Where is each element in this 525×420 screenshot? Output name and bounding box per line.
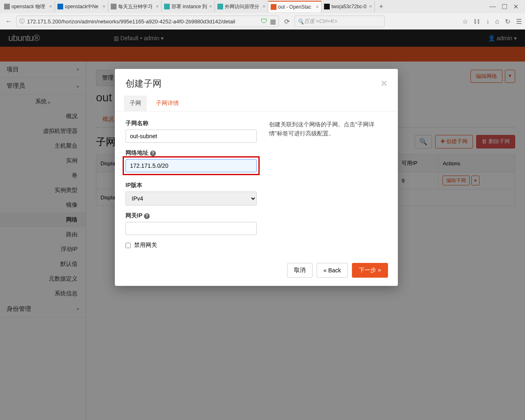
disable-gateway-checkbox[interactable] — [126, 243, 131, 248]
label-gateway-ip: 网关IP ? — [126, 212, 257, 219]
cancel-button[interactable]: 取消 — [287, 263, 313, 278]
close-icon[interactable]: × — [369, 4, 372, 9]
ip-version-select[interactable]: IPv4 — [126, 192, 257, 205]
help-icon[interactable]: ? — [144, 213, 150, 219]
browser-tab[interactable]: 每天五分钟学习× — [108, 1, 162, 12]
modal-tab-subnet[interactable]: 子网 — [124, 96, 147, 111]
home-icon[interactable]: ⌂ — [495, 18, 499, 25]
browser-search[interactable]: 🔍 百度 <Ctrl+K> — [294, 16, 385, 27]
label-subnet-name: 子网名称 — [126, 120, 257, 127]
close-icon[interactable]: × — [156, 4, 159, 9]
nav-back-icon[interactable]: ← — [3, 16, 14, 27]
label-disable-gateway: 禁用网关 — [134, 242, 157, 249]
bookmark-icon[interactable]: ☆ — [462, 18, 468, 25]
info-icon[interactable]: ⓘ — [19, 18, 25, 25]
modal-close-icon[interactable]: × — [381, 77, 387, 90]
maximize-icon[interactable]: ☐ — [502, 3, 507, 11]
close-icon[interactable]: × — [262, 4, 265, 9]
new-tab-button[interactable]: + — [375, 2, 388, 11]
back-button[interactable]: « Back — [317, 263, 348, 278]
close-icon[interactable]: × — [316, 4, 319, 10]
network-address-input[interactable] — [126, 159, 257, 172]
address-bar[interactable]: ⓘ 172.171.5.200/horizon/admin/networks/9… — [16, 16, 279, 27]
close-icon[interactable]: × — [103, 4, 105, 9]
browser-tab[interactable]: openstack中Ne× — [55, 1, 108, 12]
modal-help-text: 创建关联到这个网络的子网。点击"子网详情"标签可进行高级配置。 — [269, 120, 387, 249]
menu-icon[interactable]: ☰ — [516, 18, 522, 25]
label-ip-version: IP版本 — [126, 182, 257, 189]
next-button[interactable]: 下一步 » — [352, 263, 388, 278]
label-network-address: 网络地址 ? — [126, 149, 257, 157]
browser-tab-strip: openstack 物理× openstack中Ne× 每天五分钟学习× 部署 … — [0, 0, 525, 13]
close-icon[interactable]: × — [209, 4, 212, 9]
gateway-ip-input[interactable] — [126, 222, 257, 235]
highlighted-field — [123, 156, 260, 175]
minimize-icon[interactable]: — — [489, 3, 496, 11]
search-icon: 🔍 — [297, 18, 304, 25]
reload-icon[interactable]: ⟳ — [281, 16, 292, 27]
history-icon[interactable]: ↻ — [505, 18, 510, 25]
modal-tab-detail[interactable]: 子网详情 — [150, 96, 185, 111]
url-text: 172.171.5.200/horizon/admin/networks/995… — [27, 18, 235, 25]
browser-tab[interactable]: openstack 物理× — [2, 1, 55, 12]
close-window-icon[interactable]: ✕ — [513, 3, 518, 11]
library-icon[interactable]: ⫿⫿ — [474, 18, 480, 25]
browser-tab[interactable]: 外网访问原理分× — [215, 1, 268, 12]
close-icon[interactable]: × — [49, 4, 52, 9]
browser-tab[interactable]: 部署 instance 到× — [162, 1, 215, 12]
help-icon[interactable]: ? — [150, 151, 156, 156]
subnet-name-input[interactable] — [126, 130, 257, 143]
download-icon[interactable]: ↓ — [486, 18, 489, 25]
browser-tab-active[interactable]: out - OpenStac× — [268, 1, 322, 12]
create-subnet-modal: 创建子网 × 子网 子网详情 子网名称 网络地址 ? IP版本 — [115, 69, 398, 286]
browser-tab[interactable]: two(a53c72bc-0× — [322, 1, 375, 12]
modal-title: 创建子网 — [126, 78, 162, 90]
